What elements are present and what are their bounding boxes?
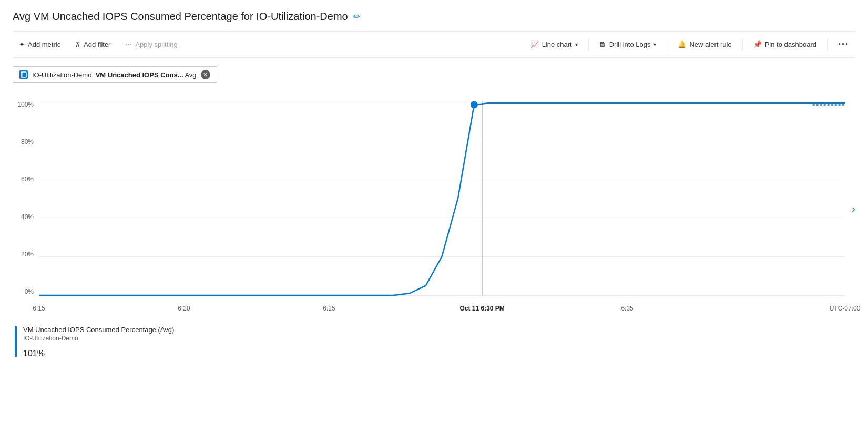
chart-svg	[39, 101, 845, 295]
y-label-0: 0%	[25, 288, 34, 295]
legend-number: 101	[23, 349, 37, 358]
y-label-60: 60%	[21, 175, 34, 183]
drill-logs-chevron: ▾	[653, 42, 656, 47]
metric-resource: IO-Utilization-Demo,	[32, 71, 94, 79]
y-axis: 100% 80% 60% 40% 20% 0%	[13, 101, 38, 295]
toolbar-separator-1	[588, 38, 589, 51]
x-label-utc: UTC-07:00	[830, 305, 861, 312]
line-chart-chevron: ▾	[575, 42, 578, 47]
legend: VM Uncached IOPS Consumed Percentage (Av…	[13, 326, 855, 360]
legend-title: VM Uncached IOPS Consumed Percentage (Av…	[23, 326, 174, 334]
x-label-615: 6:15	[33, 305, 45, 312]
line-chart-icon: 📈	[530, 40, 539, 48]
drill-logs-button[interactable]: 🗎 Drill into Logs ▾	[593, 37, 663, 51]
add-filter-label: Add filter	[84, 40, 110, 48]
metric-name: VM Uncached IOPS Cons...	[96, 71, 183, 79]
toolbar-separator-2	[667, 38, 667, 51]
splitting-icon: ⋯	[125, 40, 132, 48]
title-row: Avg VM Uncached IOPS Consumed Percentage…	[13, 11, 855, 23]
resource-icon	[19, 70, 28, 79]
apply-splitting-button[interactable]: ⋯ Apply splitting	[119, 37, 183, 51]
legend-subtitle: IO-Utilization-Demo	[23, 335, 174, 342]
x-axis: 6:15 6:20 6:25 Oct 11 6:30 PM 6:35 UTC-0…	[39, 301, 845, 322]
pin-dashboard-label: Pin to dashboard	[765, 40, 816, 48]
new-alert-button[interactable]: 🔔 New alert rule	[671, 37, 738, 51]
metric-tag-close-button[interactable]: ✕	[201, 70, 210, 79]
svg-point-2	[471, 101, 478, 108]
alert-icon: 🔔	[678, 40, 686, 48]
legend-unit: %	[37, 349, 45, 358]
legend-info: VM Uncached IOPS Consumed Percentage (Av…	[23, 326, 174, 360]
line-chart-button[interactable]: 📈 Line chart ▾	[524, 37, 584, 51]
y-label-20: 20%	[21, 251, 34, 258]
metric-tag: IO-Utilization-Demo, VM Uncached IOPS Co…	[13, 66, 217, 83]
more-options-button[interactable]: ···	[832, 36, 855, 53]
svg-rect-0	[21, 72, 26, 77]
legend-value: 101%	[23, 343, 174, 360]
apply-splitting-label: Apply splitting	[135, 40, 177, 48]
toolbar: ✦ Add metric ⊼ Add filter ⋯ Apply splitt…	[13, 31, 855, 58]
x-label-635: 6:35	[621, 305, 633, 312]
next-arrow[interactable]: ›	[852, 203, 855, 215]
line-chart-label: Line chart	[542, 40, 572, 48]
drill-logs-label: Drill into Logs	[609, 40, 651, 48]
add-metric-label: Add metric	[28, 40, 60, 48]
chart-area: 100% 80% 60% 40% 20% 0% 6:15 6:20 6:25 O…	[13, 96, 855, 322]
y-label-80: 80%	[21, 138, 34, 146]
drill-logs-icon: 🗎	[599, 40, 606, 48]
y-label-40: 40%	[21, 213, 34, 221]
page: Avg VM Uncached IOPS Consumed Percentage…	[0, 0, 868, 434]
x-label-620: 6:20	[178, 305, 190, 312]
pin-icon: 📌	[753, 40, 762, 48]
new-alert-label: New alert rule	[689, 40, 731, 48]
page-title: Avg VM Uncached IOPS Consumed Percentage…	[13, 11, 348, 23]
pin-dashboard-button[interactable]: 📌 Pin to dashboard	[747, 37, 823, 51]
filter-icon: ⊼	[75, 40, 80, 48]
add-metric-button[interactable]: ✦ Add metric	[13, 37, 67, 51]
legend-color-bar	[15, 326, 17, 357]
x-label-625: 6:25	[323, 305, 335, 312]
more-icon: ···	[838, 39, 849, 50]
y-label-100: 100%	[17, 101, 34, 108]
add-metric-icon: ✦	[19, 40, 25, 48]
toolbar-separator-3	[742, 38, 743, 51]
edit-title-icon[interactable]: ✏	[353, 12, 360, 22]
add-filter-button[interactable]: ⊼ Add filter	[69, 37, 117, 51]
metric-tag-text: IO-Utilization-Demo, VM Uncached IOPS Co…	[32, 71, 197, 79]
toolbar-separator-4	[827, 38, 828, 51]
x-label-630: Oct 11 6:30 PM	[459, 305, 504, 312]
